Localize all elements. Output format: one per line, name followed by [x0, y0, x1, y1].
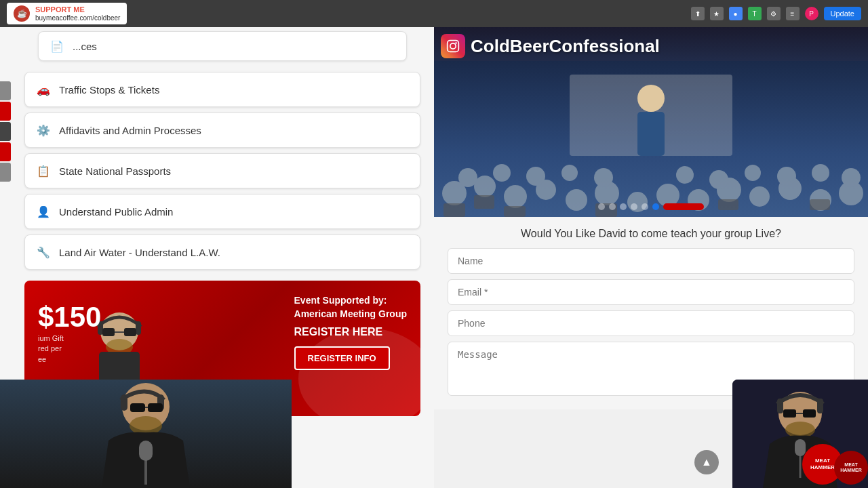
side-btn-5[interactable]: [0, 163, 11, 182]
svg-rect-17: [139, 441, 153, 461]
event-support-label: Event Supported by: American Meeting Gro…: [294, 294, 407, 321]
menu-item-affidavits[interactable]: ⚙️ Affidavits and Admin Processes: [24, 113, 420, 148]
passports-icon: 📋: [36, 163, 51, 178]
menu-area: 🚗 Traffic Stops & Tickets ⚙️ Affidavits …: [0, 66, 434, 275]
email-input[interactable]: [448, 279, 854, 305]
browser-icons: ⬆ ★ ● T ⚙ ≡ P Update: [691, 7, 861, 20]
svg-point-40: [493, 164, 511, 182]
right-panel: ColdBeerConfessional: [434, 27, 868, 488]
dot-6[interactable]: [652, 203, 659, 210]
banner-desc: ium Gift red per ee: [38, 333, 146, 365]
menu-item-public-admin[interactable]: 👤 Understand Public Admin: [24, 194, 420, 229]
svg-point-29: [566, 189, 587, 211]
svg-point-41: [526, 167, 545, 186]
extensions-icon[interactable]: ●: [729, 7, 743, 20]
update-button[interactable]: Update: [824, 7, 861, 20]
webcam-person-left: [0, 380, 292, 488]
svg-point-27: [504, 185, 527, 208]
svg-point-63: [785, 422, 815, 438]
support-url: buymeacoffee.com/coldbeer: [35, 14, 120, 22]
dot-active-bar[interactable]: [663, 203, 704, 210]
svg-point-43: [594, 168, 613, 187]
crowd-svg: [434, 61, 868, 217]
side-btn-2[interactable]: [0, 102, 11, 121]
menu-item-passports[interactable]: 📋 State National Passports: [24, 153, 420, 188]
menu-item-law[interactable]: 🔧 Land Air Water - Understand L.A.W.: [24, 235, 420, 270]
svg-point-45: [709, 170, 728, 189]
meat-hammer-logo-2: MEATHAMMER: [834, 451, 868, 485]
webcam-left: [0, 380, 292, 488]
banner-amount: $150: [38, 301, 146, 333]
webcam-right: MEATHAMMER MEATHAMMER: [732, 380, 868, 488]
passports-label: State National Passports: [59, 165, 171, 177]
svg-rect-13: [148, 403, 163, 412]
svg-point-42: [561, 165, 578, 181]
side-btn-1[interactable]: [0, 81, 11, 100]
support-text-block: SUPPORT ME buymeacoffee.com/coldbeer: [35, 5, 120, 22]
support-me-widget[interactable]: ☕ SUPPORT ME buymeacoffee.com/coldbeer: [7, 3, 127, 24]
dot-4[interactable]: [631, 203, 637, 210]
svg-rect-18: [448, 41, 459, 52]
menu-item-traffic[interactable]: 🚗 Traffic Stops & Tickets: [24, 72, 420, 107]
dot-1[interactable]: [598, 203, 605, 210]
law-icon: 🔧: [36, 245, 51, 260]
affidavits-icon: ⚙️: [36, 123, 51, 138]
instagram-icon: [441, 34, 465, 58]
menu-icon[interactable]: ≡: [786, 7, 800, 20]
banner-left: $150 ium Gift red per ee: [24, 287, 160, 378]
dot-2[interactable]: [609, 203, 616, 210]
instagram-handle: ColdBeerConfessional: [471, 36, 660, 57]
video-area: ColdBeerConfessional: [434, 27, 868, 217]
svg-rect-61: [803, 409, 816, 418]
left-panel: 📄 ...ces 🚗 Traffic Stops & Tickets ⚙️ Af…: [0, 27, 434, 488]
name-input[interactable]: [448, 248, 854, 274]
side-btn-4[interactable]: [0, 142, 11, 161]
register-button[interactable]: REGISTER INFO: [294, 346, 390, 370]
partial-icon: 📄: [50, 39, 64, 54]
svg-point-23: [637, 85, 665, 112]
svg-point-35: [749, 186, 770, 207]
svg-rect-54: [718, 199, 738, 210]
star-icon[interactable]: ★: [710, 7, 724, 20]
svg-point-20: [455, 42, 457, 43]
settings-icon[interactable]: ⚙: [767, 7, 781, 20]
phone-input[interactable]: [448, 310, 854, 336]
partial-label: ...ces: [73, 41, 97, 52]
svg-point-48: [812, 164, 829, 182]
banner-right: Event Supported by: American Meeting Gro…: [294, 294, 407, 370]
law-label: Land Air Water - Understand L.A.W.: [59, 247, 220, 258]
partial-menu-item[interactable]: 📄 ...ces: [38, 31, 407, 61]
carousel-dots: [598, 203, 704, 210]
banner-desc-line1: ium Gift: [38, 334, 64, 342]
instagram-overlay: ColdBeerConfessional: [441, 34, 861, 58]
side-btn-3[interactable]: [0, 122, 11, 141]
svg-rect-24: [637, 112, 665, 156]
public-admin-label: Understand Public Admin: [59, 206, 173, 218]
scroll-up-button[interactable]: ▲: [694, 450, 719, 474]
register-label: REGISTER HERE: [294, 326, 407, 338]
svg-point-44: [676, 166, 694, 184]
share-icon[interactable]: ⬆: [691, 7, 705, 20]
svg-point-49: [842, 168, 861, 187]
svg-rect-55: [810, 199, 830, 210]
banner-desc-line2: red per: [38, 344, 62, 352]
banner-desc-line3: ee: [38, 355, 46, 363]
svg-rect-60: [783, 409, 796, 418]
svg-point-46: [745, 165, 761, 181]
dot-3[interactable]: [620, 203, 627, 210]
coffee-icon: ☕: [14, 5, 30, 22]
logo-area: MEATHAMMER MEATHAMMER: [802, 444, 868, 485]
dot-5[interactable]: [642, 203, 648, 210]
svg-point-39: [458, 168, 477, 187]
svg-rect-51: [474, 195, 494, 209]
profile-icon[interactable]: P: [805, 7, 818, 20]
public-admin-icon: 👤: [36, 204, 51, 219]
svg-rect-12: [130, 403, 145, 412]
svg-rect-50: [443, 203, 465, 217]
translate-icon[interactable]: T: [748, 7, 762, 20]
traffic-icon: 🚗: [36, 82, 51, 97]
form-title: Would You Like David to come teach your …: [448, 228, 854, 240]
affidavits-label: Affidavits and Admin Processes: [59, 125, 201, 136]
svg-rect-52: [504, 206, 526, 217]
browser-bar: ☕ SUPPORT ME buymeacoffee.com/coldbeer ⬆…: [0, 0, 868, 27]
